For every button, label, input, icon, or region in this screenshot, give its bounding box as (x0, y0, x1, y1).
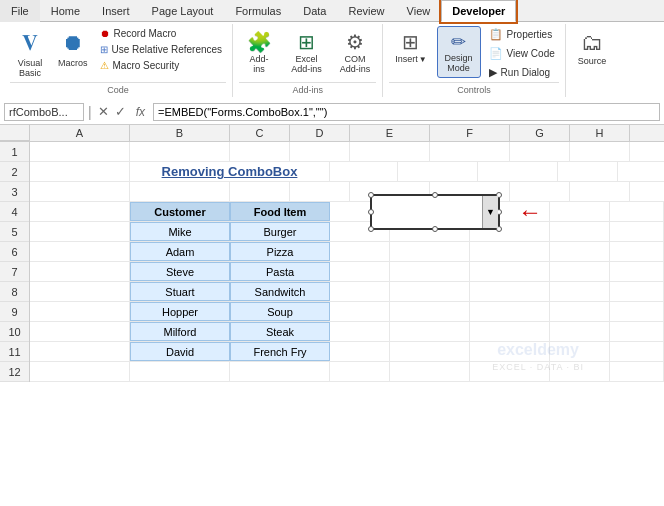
cell-h7[interactable] (610, 262, 664, 281)
row-num-6[interactable]: 6 (0, 242, 29, 262)
cell-f1[interactable] (430, 142, 510, 161)
row-num-5[interactable]: 5 (0, 222, 29, 242)
cell-h5[interactable] (610, 222, 664, 241)
handle-bm[interactable] (432, 226, 438, 232)
row-num-2[interactable]: 2 (0, 162, 29, 182)
add-ins-button[interactable]: 🧩 Add-ins (239, 26, 279, 78)
cell-d2[interactable] (330, 162, 338, 181)
tab-file[interactable]: File (0, 0, 40, 22)
handle-bl[interactable] (368, 226, 374, 232)
cell-d7[interactable] (330, 262, 390, 281)
tab-review[interactable]: Review (337, 0, 395, 22)
cell-f6[interactable] (470, 242, 550, 261)
cell-c9[interactable]: Soup (230, 302, 330, 321)
handle-ml[interactable] (368, 209, 374, 215)
source-button[interactable]: 🗂 Source (572, 26, 613, 70)
cell-c1[interactable] (230, 142, 290, 161)
cell-c10[interactable]: Steak (230, 322, 330, 341)
cell-b12[interactable] (130, 362, 230, 381)
insert-control-button[interactable]: ⊞ Insert ▼ (389, 26, 432, 68)
cell-c11[interactable]: French Fry (230, 342, 330, 361)
row-num-9[interactable]: 9 (0, 302, 29, 322)
cell-f9[interactable] (470, 302, 550, 321)
cell-h4[interactable] (610, 202, 664, 221)
tab-home[interactable]: Home (40, 0, 91, 22)
cell-a10[interactable] (30, 322, 130, 341)
row-num-3[interactable]: 3 (0, 182, 29, 202)
cell-c6[interactable]: Pizza (230, 242, 330, 261)
col-header-f[interactable]: F (430, 125, 510, 141)
macro-security-button[interactable]: ⚠ Macro Security (96, 58, 227, 73)
cell-c7[interactable]: Pasta (230, 262, 330, 281)
cell-g7[interactable] (550, 262, 610, 281)
handle-tm[interactable] (432, 192, 438, 198)
cell-a4[interactable] (30, 202, 130, 221)
cell-c4-header[interactable]: Food Item (230, 202, 330, 221)
tab-page-layout[interactable]: Page Layout (141, 0, 225, 22)
cell-g4[interactable] (550, 202, 610, 221)
row-num-1[interactable]: 1 (0, 142, 29, 162)
row-num-7[interactable]: 7 (0, 262, 29, 282)
combobox-dropdown-button[interactable]: ▼ (482, 196, 498, 228)
cell-d6[interactable] (330, 242, 390, 261)
cell-g6[interactable] (550, 242, 610, 261)
cell-h8[interactable] (610, 282, 664, 301)
com-add-ins-button[interactable]: ⚙ COMAdd-ins (334, 26, 377, 78)
cell-a3[interactable] (30, 182, 130, 201)
cell-d3[interactable] (290, 182, 350, 201)
tab-view[interactable]: View (396, 0, 442, 22)
cell-e2[interactable] (338, 162, 398, 181)
tab-developer[interactable]: Developer (441, 0, 516, 22)
cell-e6[interactable] (390, 242, 470, 261)
cell-h3[interactable] (570, 182, 630, 201)
cell-h12[interactable] (610, 362, 664, 381)
cell-a9[interactable] (30, 302, 130, 321)
cell-b5[interactable]: Mike (130, 222, 230, 241)
cell-e9[interactable] (390, 302, 470, 321)
cell-b11[interactable]: David (130, 342, 230, 361)
cancel-formula-button[interactable]: ✕ (96, 104, 111, 119)
cell-g9[interactable] (550, 302, 610, 321)
excel-add-ins-button[interactable]: ⊞ ExcelAdd-ins (285, 26, 328, 78)
cell-d8[interactable] (330, 282, 390, 301)
col-header-c[interactable]: C (230, 125, 290, 141)
cell-a6[interactable] (30, 242, 130, 261)
cell-b1[interactable] (130, 142, 230, 161)
properties-button[interactable]: 📋 Properties (485, 26, 559, 43)
cell-b4-header[interactable]: Customer (130, 202, 230, 221)
cell-d12[interactable] (330, 362, 390, 381)
cell-h1[interactable] (570, 142, 630, 161)
macros-button[interactable]: ⏺ Macros (52, 26, 94, 72)
col-header-g[interactable]: G (510, 125, 570, 141)
cell-a7[interactable] (30, 262, 130, 281)
cell-b8[interactable]: Stuart (130, 282, 230, 301)
cell-d9[interactable] (330, 302, 390, 321)
tab-data[interactable]: Data (292, 0, 337, 22)
row-num-8[interactable]: 8 (0, 282, 29, 302)
col-header-a[interactable]: A (30, 125, 130, 141)
cell-f7[interactable] (470, 262, 550, 281)
tab-formulas[interactable]: Formulas (224, 0, 292, 22)
cell-g8[interactable] (550, 282, 610, 301)
cell-c12[interactable] (230, 362, 330, 381)
name-box[interactable] (4, 103, 84, 121)
cell-h11[interactable] (610, 342, 664, 361)
cell-h2[interactable] (558, 162, 618, 181)
cell-a1[interactable] (30, 142, 130, 161)
confirm-formula-button[interactable]: ✓ (113, 104, 128, 119)
visual-basic-button[interactable]: 𝐕 Visual Basic (10, 26, 50, 82)
cell-b10[interactable]: Milford (130, 322, 230, 341)
row-num-10[interactable]: 10 (0, 322, 29, 342)
cell-b6[interactable]: Adam (130, 242, 230, 261)
col-header-d[interactable]: D (290, 125, 350, 141)
cell-e10[interactable] (390, 322, 470, 341)
cell-f2[interactable] (398, 162, 478, 181)
cell-a11[interactable] (30, 342, 130, 361)
cell-a2[interactable] (30, 162, 130, 181)
cell-a5[interactable] (30, 222, 130, 241)
cell-d1[interactable] (290, 142, 350, 161)
use-relative-button[interactable]: ⊞ Use Relative References (96, 42, 227, 57)
cell-d10[interactable] (330, 322, 390, 341)
design-mode-button[interactable]: ✏ DesignMode (437, 26, 481, 78)
row-num-11[interactable]: 11 (0, 342, 29, 362)
